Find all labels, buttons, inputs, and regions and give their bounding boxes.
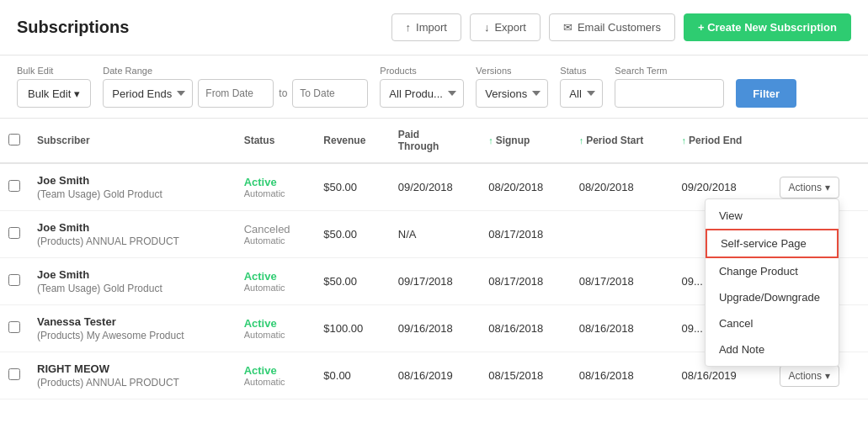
date-range-group: Date Range Period Ends to	[103, 66, 368, 108]
signup-value: 08/16/2018	[488, 322, 543, 335]
search-term-group: Search Term	[615, 66, 724, 108]
paid-through-cell: 08/16/2019	[390, 352, 480, 399]
bulk-edit-chevron-icon: ▾	[74, 87, 80, 100]
subscriber-sub: (Team Usage) Gold Product	[37, 188, 227, 200]
period-end-value: 09/20/2018	[682, 181, 737, 193]
select-all-header	[0, 119, 29, 163]
revenue-cell: $100.00	[315, 305, 389, 352]
paid-through-cell: N/A	[390, 211, 480, 258]
row-checkbox[interactable]	[8, 180, 20, 192]
date-to-label: to	[279, 87, 287, 99]
page-header: Subscriptions ↑ Import ↓ Export ✉ Email …	[0, 0, 868, 56]
search-term-label: Search Term	[615, 66, 724, 76]
bulk-edit-group: Bulk Edit Bulk Edit ▾	[17, 66, 91, 108]
products-group: Products All Produ...	[380, 66, 464, 108]
status-cell: Active Automatic	[236, 305, 316, 352]
subscriber-name: Joe Smith	[37, 174, 227, 187]
row-checkbox[interactable]	[8, 321, 20, 333]
revenue-cell: $50.00	[315, 163, 389, 211]
subscriptions-page: Subscriptions ↑ Import ↓ Export ✉ Email …	[0, 0, 868, 439]
filter-button[interactable]: Filter	[736, 79, 796, 108]
filters-bar: Bulk Edit Bulk Edit ▾ Date Range Period …	[0, 56, 868, 119]
row-checkbox[interactable]	[8, 274, 20, 286]
revenue-value: $0.00	[323, 369, 351, 382]
subscriptions-table: Subscriber Status Revenue PaidThrough ↑S…	[0, 119, 868, 399]
subscriber-sub: (Team Usage) Gold Product	[37, 283, 227, 294]
signup-sort-icon: ↑	[488, 135, 493, 145]
revenue-column-header: Revenue	[315, 119, 389, 163]
actions-dropdown-container: Actions ▾ View Self-service Page Change …	[780, 177, 839, 198]
signup-value: 08/20/2018	[488, 181, 543, 193]
subscriber-cell: Joe Smith (Team Usage) Gold Product	[29, 163, 236, 211]
paid-through-value: 09/20/2018	[398, 181, 453, 193]
from-date-input[interactable]	[198, 79, 274, 108]
export-button[interactable]: ↓ Export	[470, 13, 541, 41]
subscriptions-table-container: Subscriber Status Revenue PaidThrough ↑S…	[0, 119, 868, 399]
paid-through-cell: 09/17/2018	[390, 258, 480, 305]
revenue-value: $100.00	[323, 322, 363, 335]
cancel-menu-item[interactable]: Cancel	[706, 310, 839, 336]
subscriber-cell: Vanessa Tester (Products) My Awesome Pro…	[29, 305, 236, 352]
actions-column-header	[771, 119, 868, 163]
row-checkbox-cell	[0, 352, 29, 399]
email-customers-button[interactable]: ✉ Email Customers	[549, 13, 675, 41]
upgrade-downgrade-menu-item[interactable]: Upgrade/Downgrade	[706, 284, 839, 310]
versions-label: Versions	[476, 66, 548, 76]
versions-select[interactable]: Versions	[476, 79, 548, 108]
status-select[interactable]: All	[560, 79, 603, 108]
row-checkbox[interactable]	[8, 368, 20, 380]
period-start-column-header[interactable]: ↑Period Start	[571, 119, 674, 163]
status-type: Automatic	[244, 283, 307, 293]
status-type: Automatic	[244, 235, 307, 246]
signup-value: 08/15/2018	[488, 369, 543, 382]
subscriber-sub: (Products) ANNUAL PRODUCT	[37, 377, 227, 389]
subscriber-cell: Joe Smith (Products) ANNUAL PRODUCT	[29, 211, 236, 258]
status-type: Automatic	[244, 188, 307, 198]
self-service-page-menu-item[interactable]: Self-service Page	[706, 229, 839, 258]
status-type: Automatic	[244, 377, 307, 387]
revenue-cell: $50.00	[315, 211, 389, 258]
search-term-input[interactable]	[615, 79, 724, 108]
subscriber-column-header: Subscriber	[29, 119, 236, 163]
header-actions: ↑ Import ↓ Export ✉ Email Customers + Cr…	[391, 13, 851, 41]
signup-value: 08/17/2018	[488, 275, 543, 288]
import-icon: ↑	[406, 21, 412, 34]
row-checkbox-cell	[0, 258, 29, 305]
subscriber-sub: (Products) ANNUAL PRODUCT	[37, 235, 227, 247]
revenue-value: $50.00	[323, 181, 357, 193]
change-product-menu-item[interactable]: Change Product	[706, 258, 839, 284]
date-range-row: Period Ends to	[103, 79, 368, 108]
row-checkbox[interactable]	[8, 227, 20, 239]
status-value: Active	[244, 270, 277, 283]
signup-column-header[interactable]: ↑Signup	[480, 119, 570, 163]
table-row: Joe Smith (Team Usage) Gold Product Acti…	[0, 163, 868, 211]
status-column-header: Status	[236, 119, 316, 163]
bulk-edit-button[interactable]: Bulk Edit ▾	[17, 79, 91, 108]
actions-button[interactable]: Actions ▾	[780, 177, 839, 198]
status-cell: Canceled Automatic	[236, 211, 316, 258]
create-new-subscription-button[interactable]: + Create New Subscription	[684, 13, 851, 41]
period-end-column-header[interactable]: ↑Period End	[674, 119, 771, 163]
import-button[interactable]: ↑ Import	[391, 13, 461, 41]
actions-button-4[interactable]: Actions ▾	[780, 365, 839, 387]
add-note-menu-item[interactable]: Add Note	[706, 336, 839, 362]
select-all-checkbox[interactable]	[8, 134, 20, 145]
actions-dropdown-menu: View Self-service Page Change Product Up…	[705, 198, 839, 367]
signup-cell: 08/20/2018	[480, 163, 570, 211]
view-menu-item[interactable]: View	[706, 203, 839, 229]
period-start-value: 08/16/2018	[579, 322, 634, 335]
period-start-cell: 08/16/2018	[571, 352, 674, 399]
subscriber-cell: Joe Smith (Team Usage) Gold Product	[29, 258, 236, 305]
subscriber-sub: (Products) My Awesome Product	[37, 330, 227, 341]
signup-cell: 08/16/2018	[480, 305, 570, 352]
subscriber-name: RIGHT MEOW	[37, 362, 227, 375]
date-range-select[interactable]: Period Ends	[103, 79, 193, 108]
paid-through-cell: 09/20/2018	[390, 163, 480, 211]
subscriber-name: Vanessa Tester	[37, 315, 227, 328]
status-value: Active	[244, 364, 277, 377]
to-date-input[interactable]	[292, 79, 368, 108]
products-select[interactable]: All Produ...	[380, 79, 464, 108]
status-cell: Active Automatic	[236, 258, 316, 305]
revenue-value: $50.00	[323, 228, 357, 241]
status-label: Status	[560, 66, 603, 76]
